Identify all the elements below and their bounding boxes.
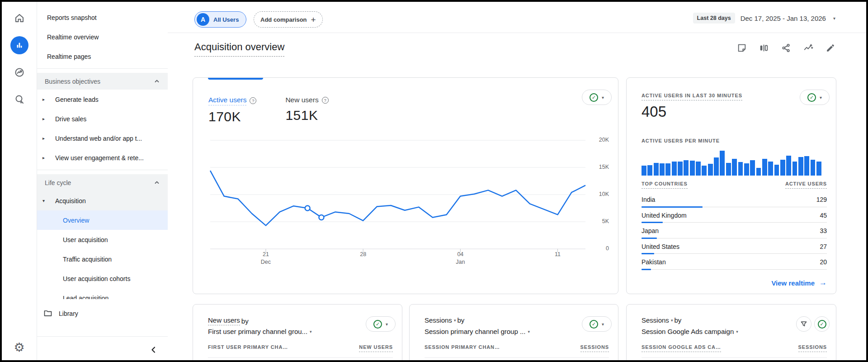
card-metric-label[interactable]: Sessions [425,316,452,324]
per-minute-bar[interactable] [690,161,695,176]
tree-collapsed-icon[interactable]: ▸ [37,116,55,121]
insights-icon[interactable] [803,43,813,53]
per-minute-bar[interactable] [811,160,816,176]
chevron-up-icon[interactable] [154,179,160,186]
sidebar-item-realtime-overview[interactable]: Realtime overview [37,27,168,47]
per-minute-bar-chart[interactable] [642,150,821,176]
dimension-selector[interactable]: Session Google Ads campaign ▾ [642,328,738,335]
card-metric-label[interactable]: New users [208,316,240,325]
sidebar-section-business-objectives[interactable]: Business objectives [37,73,168,90]
all-users-comparison-chip[interactable]: A All Users [194,11,246,28]
column-header-metric[interactable]: SESSIONS [580,344,609,352]
per-minute-bar[interactable] [744,163,749,176]
new-users-label[interactable]: New users [285,96,318,104]
sidebar-item-realtime-pages[interactable]: Realtime pages [37,47,168,66]
per-minute-bar[interactable] [774,165,779,176]
tree-collapsed-icon[interactable]: ▸ [37,155,55,160]
date-range-picker[interactable]: Last 28 days Dec 17, 2025 - Jan 13, 2026… [693,13,835,24]
annotation-marker[interactable] [305,206,310,211]
share-icon[interactable] [781,43,791,53]
tree-expanded-icon[interactable]: ▾ [37,198,55,203]
per-minute-bar[interactable] [756,168,761,176]
sidebar-item-lead-acquisition[interactable]: Lead acquisition [37,288,168,299]
per-minute-bar[interactable] [732,159,737,176]
per-minute-bar[interactable] [804,156,809,176]
per-minute-bar[interactable] [647,165,652,176]
realtime-title[interactable]: ACTIVE USERS IN LAST 30 MINUTES [642,93,742,100]
per-minute-bar[interactable] [678,162,683,176]
sidebar-item-user-acquisition[interactable]: User acquisition [37,230,168,249]
sidebar-item-overview[interactable]: Overview [37,210,168,230]
country-row[interactable]: United Kingdom45 [642,208,827,224]
view-realtime-link[interactable]: View realtime → [771,278,827,287]
data-quality-dropdown[interactable]: ✓ ▾ [582,316,612,332]
per-minute-bar[interactable] [720,151,725,176]
per-minute-bar[interactable] [768,162,773,176]
sidebar-item-view-user-engagement[interactable]: ▸ View user engagement & rete... [37,148,168,167]
dimension-selector[interactable]: First user primary channel grou... ▾ [208,328,312,335]
explore-icon[interactable] [10,90,28,109]
per-minute-bar[interactable] [665,163,670,176]
per-minute-bar[interactable] [738,162,743,176]
active-users-label[interactable]: Active users [208,96,246,105]
compare-reports-icon[interactable] [759,43,769,53]
sidebar-item-reports-snapshot[interactable]: Reports snapshot [37,8,168,27]
sidebar-item-user-acquisition-cohorts[interactable]: User acquisition cohorts [37,269,168,288]
column-header-dimension[interactable]: SESSION GOOGLE ADS CA… [642,344,721,352]
chevron-up-icon[interactable] [154,78,160,85]
tree-collapsed-icon[interactable]: ▸ [37,97,55,102]
help-icon[interactable]: ? [322,97,329,104]
sidebar-item-library[interactable]: Library [37,304,168,324]
active-users-line-chart[interactable] [208,138,588,254]
column-header-metric[interactable]: SESSIONS [798,344,827,352]
per-minute-bar[interactable] [660,163,665,176]
data-quality-button[interactable]: ✓ [814,316,830,332]
help-icon[interactable]: ? [250,97,256,104]
column-header-metric[interactable]: NEW USERS [359,344,393,352]
annotation-marker[interactable] [319,215,324,220]
per-minute-bar[interactable] [816,162,821,176]
per-minute-bar[interactable] [702,166,707,176]
add-comparison-button[interactable]: Add comparison + [254,11,323,28]
filter-button[interactable] [796,316,811,332]
per-minute-bar[interactable] [750,160,755,176]
sidebar-item-traffic-acquisition[interactable]: Traffic acquisition [37,249,168,269]
country-row[interactable]: United States27 [642,239,827,255]
top-countries-header[interactable]: TOP COUNTRIES [642,181,688,189]
settings-gear-icon[interactable]: ⚙ [14,342,24,354]
per-minute-bar[interactable] [654,163,659,176]
column-header-dimension[interactable]: SESSION PRIMARY CHAN… [425,344,500,352]
card-metric-label[interactable]: Sessions [642,316,669,324]
edit-pencil-icon[interactable] [826,43,835,53]
per-minute-bar[interactable] [793,162,797,176]
per-minute-bar[interactable] [696,162,701,176]
dimension-selector[interactable]: Session primary channel group ... ▾ [425,328,530,335]
per-minute-bar[interactable] [672,162,677,176]
collapse-sidebar-icon[interactable] [150,346,158,356]
active-users-header[interactable]: ACTIVE USERS [785,181,827,189]
per-minute-bar[interactable] [642,166,646,176]
country-row[interactable]: India129 [642,192,827,208]
reports-icon[interactable] [10,36,28,54]
data-quality-dropdown[interactable]: ✓ ▾ [800,90,830,105]
per-minute-bar[interactable] [798,157,803,176]
sidebar-section-life-cycle[interactable]: Life cycle [37,174,168,191]
column-header-dimension[interactable]: FIRST USER PRIMARY CHA… [208,344,288,352]
country-row[interactable]: Japan33 [642,224,827,239]
home-icon[interactable] [10,9,28,27]
sidebar-item-acquisition[interactable]: ▾ Acquisition [37,191,168,210]
per-minute-bar[interactable] [714,157,719,176]
tree-collapsed-icon[interactable]: ▸ [37,136,55,141]
data-quality-dropdown[interactable]: ✓ ▾ [582,90,612,105]
sidebar-item-generate-leads[interactable]: ▸ Generate leads [37,90,168,109]
per-minute-bar[interactable] [762,159,767,176]
per-minute-bar[interactable] [726,163,731,176]
sidebar-item-understand-web-app[interactable]: ▸ Understand web and/or app t... [37,129,168,148]
per-minute-bar[interactable] [708,164,713,176]
feedback-note-icon[interactable] [737,43,747,53]
per-minute-bar[interactable] [786,156,791,176]
per-minute-bar[interactable] [684,160,689,176]
sidebar-item-drive-sales[interactable]: ▸ Drive sales [37,109,168,129]
advertising-icon[interactable] [10,63,28,81]
per-minute-bar[interactable] [780,160,785,176]
